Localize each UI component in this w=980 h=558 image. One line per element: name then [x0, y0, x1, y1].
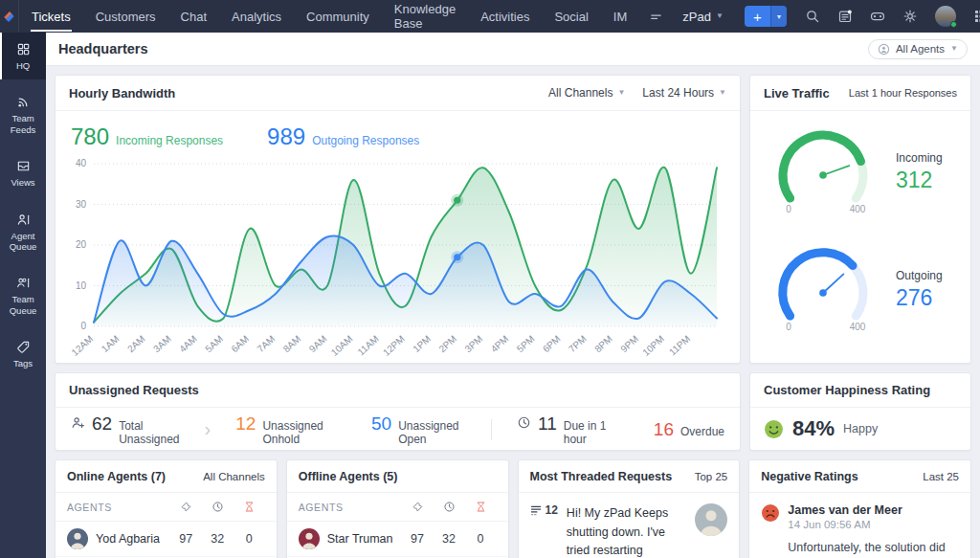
happiness-card: Customer Happiness Rating 84% Happy: [749, 372, 971, 451]
last-25-badge: Last 25: [923, 471, 959, 482]
page-header: Headquarters All Agents ▼: [46, 33, 980, 66]
happy-face-icon: [764, 419, 784, 439]
agent-avatar: [67, 528, 88, 549]
apps-grid-icon[interactable]: [967, 0, 980, 33]
sidebar-item-team-feeds[interactable]: Team Feeds: [0, 85, 46, 144]
online-agents-card: Online Agents (7)All ChannelsAGENTSYod A…: [55, 459, 278, 558]
topbar-actions: zPad ▼ + ▼: [673, 0, 980, 33]
agent-row[interactable]: Star Truman97320: [287, 522, 508, 557]
product-switcher[interactable]: zPad ▼: [673, 10, 733, 24]
person-circle-icon: [878, 43, 890, 56]
live-traffic-card: Live Traffic Last 1 hour Responses 0400I…: [749, 75, 971, 364]
svg-text:30: 30: [76, 199, 87, 210]
svg-text:10: 10: [76, 280, 87, 291]
svg-text:11PM: 11PM: [667, 333, 692, 357]
svg-text:10PM: 10PM: [640, 333, 666, 358]
customer-name: James van der Meer: [788, 503, 902, 517]
nav-item-chat[interactable]: Chat: [168, 0, 219, 33]
main-area: Headquarters All Agents ▼ Hourly Bandwid…: [46, 33, 980, 558]
negative-rating-item[interactable]: James van der Meer 14 Jun 09:56 AM Unfor…: [749, 493, 970, 558]
quick-add-button[interactable]: + ▼: [745, 6, 787, 27]
sidebar-item-team-queue[interactable]: Team Queue: [0, 266, 46, 324]
settings-gear-icon[interactable]: [896, 0, 924, 33]
nav-item-im[interactable]: IM: [601, 0, 639, 33]
thread-lines-icon: [530, 504, 543, 517]
ticket-icon: [170, 501, 202, 513]
notifications-icon[interactable]: [831, 0, 859, 33]
top-25-badge: Top 25: [695, 471, 728, 482]
stat-label: Total Unassigned: [119, 419, 179, 446]
svg-text:20: 20: [76, 239, 87, 250]
nav-item-social[interactable]: Social: [542, 0, 600, 33]
dashboard-grid: Hourly Bandwidth All Channels▼ Last 24 H…: [46, 66, 980, 558]
sidebar-item-agent-queue[interactable]: Agent Queue: [0, 203, 46, 261]
bandwidth-totals: 780 Incoming Responses 989 Outgoing Resp…: [56, 111, 740, 150]
search-icon[interactable]: [798, 0, 827, 33]
chevron-down-icon: ▼: [617, 89, 625, 97]
svg-text:400: 400: [850, 322, 866, 332]
sad-face-icon: [761, 503, 780, 523]
card-title: Online Agents (7): [67, 470, 166, 483]
svg-text:5AM: 5AM: [203, 333, 225, 354]
svg-text:0: 0: [786, 204, 791, 214]
app-logo[interactable]: [0, 0, 19, 33]
hourglass-icon: [465, 501, 497, 513]
gamescope-icon[interactable]: [863, 0, 892, 33]
sidebar-item-label: Tags: [13, 358, 33, 368]
incoming-total: 780 Incoming Responses: [71, 123, 223, 150]
stat-due-in-1-hour[interactable]: 11Due in 1 hour: [517, 413, 609, 446]
svg-text:10AM: 10AM: [329, 333, 355, 358]
incoming-gauge: 0400Incoming312: [750, 111, 970, 229]
user-avatar[interactable]: [935, 6, 956, 27]
tags-icon: [16, 340, 31, 354]
nav-item-analytics[interactable]: Analytics: [219, 0, 294, 33]
sidebar-item-label: Team Queue: [2, 294, 44, 316]
svg-text:1PM: 1PM: [411, 333, 433, 354]
negative-ratings-card: Negative Ratings Last 25: [748, 459, 971, 558]
sidebar-item-views[interactable]: Views: [0, 149, 46, 196]
svg-text:5PM: 5PM: [515, 333, 537, 354]
agent-avatar: [299, 528, 320, 549]
thread-list-item[interactable]: 12 Hi! My zPad Keeps shutting down. I've…: [519, 493, 740, 558]
svg-text:4PM: 4PM: [489, 333, 511, 354]
channel-filter[interactable]: All Channels▼: [548, 86, 625, 100]
stat-unassigned-onhold[interactable]: 12Unassigned Onhold: [235, 413, 338, 446]
agent-metric: 0: [465, 532, 497, 546]
stat-value: 62: [92, 413, 112, 435]
hourglass-icon: [234, 501, 265, 513]
card-title: Hourly Bandwidth: [69, 86, 175, 100]
gauge-label: Incoming: [896, 151, 943, 165]
gauge-value: 312: [896, 167, 943, 193]
outgoing-total: 989 Outgoing Responses: [267, 123, 419, 150]
svg-text:40: 40: [76, 158, 87, 168]
nav-item-community[interactable]: Community: [294, 0, 382, 33]
all-agents-filter[interactable]: All Agents ▼: [868, 39, 968, 59]
agent-row[interactable]: Yod Agbaria97320: [56, 522, 277, 557]
svg-text:3PM: 3PM: [463, 333, 485, 354]
svg-text:0: 0: [80, 321, 86, 331]
stat-unassigned-open[interactable]: 50Unassigned Open: [371, 413, 466, 446]
nav-item-tickets[interactable]: Tickets: [19, 0, 83, 33]
stat-label: Overdue: [680, 425, 724, 438]
quick-add-dropdown[interactable]: ▼: [770, 6, 787, 27]
stat-total-unassigned[interactable]: 62Total Unassigned: [71, 413, 180, 446]
svg-text:8PM: 8PM: [592, 333, 614, 354]
agents-column-header: AGENTS: [67, 502, 112, 513]
time-range-filter[interactable]: Last 24 Hours▼: [642, 86, 726, 100]
nav-more-icon[interactable]: [639, 0, 673, 33]
page-title: Headquarters: [58, 41, 147, 56]
card-title: Customer Happiness Rating: [764, 383, 930, 397]
channel-filter[interactable]: All Channels: [203, 471, 265, 482]
svg-text:7PM: 7PM: [567, 333, 589, 354]
nav-item-customers[interactable]: Customers: [83, 0, 168, 33]
sidebar-item-tags[interactable]: Tags: [0, 330, 46, 377]
plus-icon[interactable]: +: [745, 6, 770, 27]
stat-overdue[interactable]: 16Overdue: [654, 419, 724, 440]
svg-text:6PM: 6PM: [541, 333, 563, 354]
nav-item-knowledge-base[interactable]: Knowledge Base: [382, 0, 468, 33]
clock-icon: [202, 501, 234, 513]
bandwidth-area-chart: 01020304012AM1AM2AM3AM4AM5AM6AM7AM8AM9AM…: [56, 150, 740, 364]
nav-item-activities[interactable]: Activities: [468, 0, 542, 33]
card-title: Live Traffic: [764, 86, 830, 100]
sidebar-item-hq[interactable]: HQ: [0, 33, 46, 79]
